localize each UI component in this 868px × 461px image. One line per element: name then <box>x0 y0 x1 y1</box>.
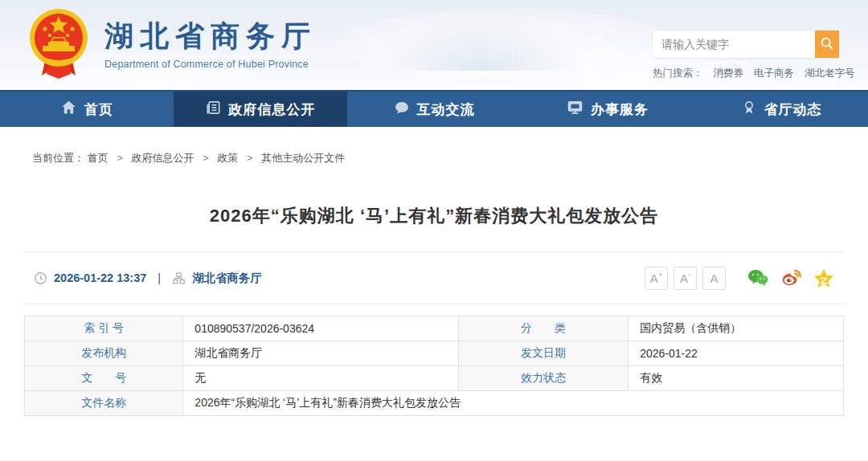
article-source: 湖北省商务厅 <box>192 271 262 286</box>
main-nav: 首页 政府信息公开 互动交流 <box>0 90 868 127</box>
article-title: 2026年“乐购湖北 ‘马’上有礼”新春消费大礼包发放公告 <box>0 204 868 228</box>
home-icon <box>60 99 84 120</box>
search-area: 热门搜索： 消费券 电子商务 湖北老字号 <box>653 31 839 80</box>
validity-status-label: 效力状态 <box>458 366 628 391</box>
weibo-share-button[interactable] <box>780 268 802 288</box>
breadcrumb-gov-info[interactable]: 政府信息公开 <box>131 152 194 164</box>
site-header: 湖北省商务厅 Department of Commerce of Hubei P… <box>0 0 868 90</box>
chat-bubble-icon <box>394 100 417 120</box>
table-row: 文件名称 2026年“乐购湖北 ‘马’上有礼”新春消费大礼包发放公告 <box>25 391 844 416</box>
search-button[interactable] <box>815 31 839 58</box>
monitor-icon <box>567 99 591 120</box>
nav-label: 政府信息公开 <box>229 100 316 119</box>
organization-icon <box>172 271 186 285</box>
wechat-share-button[interactable] <box>747 268 769 288</box>
hot-search-bar: 热门搜索： 消费券 电子商务 湖北老字号 <box>653 67 839 80</box>
site-brand[interactable]: 湖北省商务厅 Department of Commerce of Hubei P… <box>29 8 317 82</box>
font-btn-label: A <box>680 271 688 285</box>
search-icon <box>820 36 834 53</box>
issue-date-value: 2026-01-22 <box>628 341 844 366</box>
site-name-english: Department of Commerce of Hubei Province <box>104 59 317 70</box>
search-input[interactable] <box>653 31 815 58</box>
nav-item-interaction[interactable]: 互动交流 <box>347 92 521 127</box>
font-btn-label: A <box>650 271 658 285</box>
font-reset-button[interactable]: A <box>702 267 726 290</box>
font-btn-sup: - <box>688 271 690 279</box>
nav-label: 省厅动态 <box>764 100 822 119</box>
page: 湖北省商务厅 Department of Commerce of Hubei P… <box>0 0 868 461</box>
nav-label: 互动交流 <box>417 100 475 119</box>
qzone-share-button[interactable] <box>813 268 834 288</box>
hot-keyword-hubei-brands[interactable]: 湖北老字号 <box>805 67 855 80</box>
breadcrumb-separator: > <box>203 152 209 164</box>
breadcrumb: 当前位置： 首页 > 政府信息公开 > 政策 > 其他主动公开文件 <box>32 151 868 165</box>
font-decrease-button[interactable]: A- <box>674 267 697 290</box>
mountain-watermark <box>378 14 587 71</box>
breadcrumb-home[interactable]: 首页 <box>88 152 108 164</box>
hot-keyword-ecommerce[interactable]: 电子商务 <box>754 67 794 80</box>
breadcrumb-separator: > <box>117 152 123 164</box>
breadcrumb-label: 当前位置： <box>32 152 84 164</box>
nav-item-services[interactable]: 办事服务 <box>521 92 694 127</box>
doc-number-label: 文 号 <box>25 366 183 391</box>
national-emblem-logo <box>29 8 88 82</box>
index-number-label: 索 引 号 <box>25 316 183 341</box>
site-name: 湖北省商务厅 <box>104 20 317 53</box>
nav-item-gov-info[interactable]: 政府信息公开 <box>174 92 347 127</box>
font-btn-sup: + <box>658 271 662 279</box>
meta-divider: | <box>158 271 161 284</box>
hot-search-label: 热门搜索： <box>653 67 703 80</box>
award-icon <box>741 100 764 120</box>
issuing-agency-value: 湖北省商务厅 <box>183 341 458 366</box>
table-row: 索 引 号 010890537/2026-03624 分 类 国内贸易（含供销） <box>25 316 844 341</box>
font-increase-button[interactable]: A+ <box>645 267 668 290</box>
nav-label: 办事服务 <box>591 100 649 119</box>
breadcrumb-other-docs[interactable]: 其他主动公开文件 <box>261 152 345 164</box>
issuing-agency-label: 发布机构 <box>25 341 183 366</box>
document-info-table: 索 引 号 010890537/2026-03624 分 类 国内贸易（含供销）… <box>24 316 844 416</box>
category-label: 分 类 <box>458 316 628 341</box>
table-row: 文 号 无 效力状态 有效 <box>25 366 844 391</box>
article-meta-bar: 2026-01-22 13:37 | 湖北省商务厅 A+ A- A <box>24 251 844 304</box>
index-number-value: 010890537/2026-03624 <box>183 316 458 341</box>
doc-number-value: 无 <box>183 366 458 391</box>
nav-item-news[interactable]: 省厅动态 <box>694 92 868 127</box>
publish-time: 2026-01-22 13:37 <box>54 271 146 284</box>
issue-date-label: 发文日期 <box>458 341 628 366</box>
doc-title-value: 2026年“乐购湖北 ‘马’上有礼”新春消费大礼包发放公告 <box>183 391 844 416</box>
info-doc-icon <box>206 100 229 120</box>
category-value: 国内贸易（含供销） <box>628 316 844 341</box>
nav-item-home[interactable]: 首页 <box>0 92 174 127</box>
clock-icon <box>34 271 47 285</box>
breadcrumb-separator: > <box>247 152 253 164</box>
hot-keyword-consumer-coupon[interactable]: 消费券 <box>714 67 744 80</box>
nav-label: 首页 <box>84 100 113 119</box>
breadcrumb-policy[interactable]: 政策 <box>217 152 238 164</box>
validity-status-value: 有效 <box>628 366 844 391</box>
table-row: 发布机构 湖北省商务厅 发文日期 2026-01-22 <box>25 341 844 366</box>
font-btn-label: A <box>710 271 718 285</box>
doc-title-label: 文件名称 <box>25 391 183 416</box>
